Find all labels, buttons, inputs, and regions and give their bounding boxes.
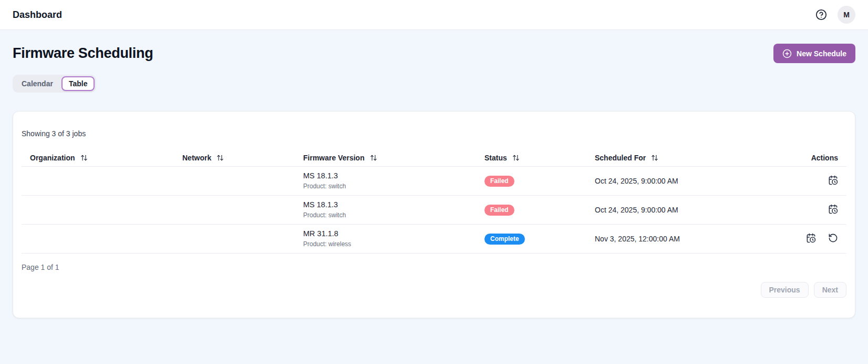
- column-header-actions: Actions: [762, 149, 846, 167]
- organization-cell: [22, 225, 174, 254]
- firmware-product: Product: switch: [303, 211, 468, 220]
- scheduled-for-cell: Nov 3, 2025, 12:00:00 AM: [586, 225, 762, 254]
- circle-question-icon: [815, 9, 827, 21]
- column-label: Network: [182, 154, 211, 162]
- network-cell: [174, 167, 295, 196]
- main-content: Firmware Scheduling New Schedule Calenda…: [0, 30, 868, 318]
- page-indicator: Page 1 of 1: [22, 263, 846, 271]
- table-row: MS 18.1.3 Product: switch Failed Oct 24,…: [22, 167, 846, 196]
- status-badge: Failed: [484, 176, 514, 187]
- network-cell: [174, 225, 295, 254]
- arrow-up-down-icon: [651, 154, 658, 161]
- column-label: Scheduled For: [595, 154, 646, 162]
- app-title: Dashboard: [13, 9, 62, 21]
- table-header-row: Organization Network Firmware Version: [22, 149, 846, 167]
- help-button[interactable]: [814, 8, 828, 22]
- column-header-organization[interactable]: Organization: [22, 149, 174, 167]
- calendar-clock-icon: [828, 175, 838, 185]
- new-schedule-button[interactable]: New Schedule: [773, 44, 855, 63]
- status-badge: Failed: [484, 205, 514, 216]
- actions-cell: [762, 196, 846, 225]
- circle-plus-icon: [782, 49, 792, 58]
- calendar-clock-icon: [828, 204, 838, 214]
- arrow-up-down-icon: [512, 154, 520, 161]
- table-row: MR 31.1.8 Product: wireless Complete Nov…: [22, 225, 846, 254]
- next-page-button[interactable]: Next: [814, 282, 846, 298]
- column-label: Status: [484, 154, 507, 162]
- firmware-version: MS 18.1.3: [303, 200, 468, 210]
- status-cell: Failed: [476, 196, 586, 225]
- column-header-network[interactable]: Network: [174, 149, 295, 167]
- view-tabs: Calendar Table: [13, 75, 96, 93]
- column-header-firmware-version[interactable]: Firmware Version: [295, 149, 476, 167]
- retry-button[interactable]: [828, 233, 838, 244]
- scheduled-for-cell: Oct 24, 2025, 9:00:00 AM: [586, 167, 762, 196]
- firmware-version-cell: MS 18.1.3 Product: switch: [295, 167, 476, 196]
- actions-cell: [762, 225, 846, 254]
- reschedule-button[interactable]: [828, 175, 838, 186]
- status-cell: Failed: [476, 167, 586, 196]
- calendar-clock-icon: [806, 233, 816, 243]
- top-bar: Dashboard M: [0, 0, 868, 30]
- status-badge: Complete: [484, 234, 525, 245]
- actions-cell: [762, 167, 846, 196]
- page-head: Firmware Scheduling New Schedule: [13, 44, 855, 63]
- reschedule-button[interactable]: [805, 233, 816, 244]
- organization-cell: [22, 196, 174, 225]
- new-schedule-label: New Schedule: [797, 49, 846, 58]
- arrow-up-down-icon: [216, 154, 224, 161]
- jobs-card: Showing 3 of 3 jobs Organization Network: [13, 111, 855, 318]
- tab-calendar[interactable]: Calendar: [14, 76, 60, 91]
- rotate-ccw-icon: [828, 233, 838, 243]
- scheduled-for-cell: Oct 24, 2025, 9:00:00 AM: [586, 196, 762, 225]
- table-row: MS 18.1.3 Product: switch Failed Oct 24,…: [22, 196, 846, 225]
- column-header-scheduled-for[interactable]: Scheduled For: [586, 149, 762, 167]
- firmware-product: Product: wireless: [303, 240, 468, 249]
- arrow-up-down-icon: [370, 154, 377, 161]
- column-label: Actions: [811, 154, 838, 162]
- previous-page-button[interactable]: Previous: [761, 282, 809, 298]
- column-label: Organization: [30, 154, 75, 162]
- tab-table[interactable]: Table: [61, 76, 95, 91]
- organization-cell: [22, 167, 174, 196]
- firmware-version: MS 18.1.3: [303, 171, 468, 181]
- network-cell: [174, 196, 295, 225]
- firmware-version: MR 31.1.8: [303, 229, 468, 239]
- status-cell: Complete: [476, 225, 586, 254]
- jobs-table: Organization Network Firmware Version: [22, 149, 846, 254]
- pagination-controls: Previous Next: [22, 282, 846, 298]
- firmware-version-cell: MS 18.1.3 Product: switch: [295, 196, 476, 225]
- top-bar-actions: M: [814, 6, 855, 24]
- jobs-summary: Showing 3 of 3 jobs: [22, 129, 846, 138]
- user-avatar[interactable]: M: [838, 6, 855, 24]
- page-title: Firmware Scheduling: [13, 45, 153, 62]
- column-label: Firmware Version: [303, 154, 365, 162]
- firmware-version-cell: MR 31.1.8 Product: wireless: [295, 225, 476, 254]
- reschedule-button[interactable]: [828, 204, 838, 215]
- firmware-product: Product: switch: [303, 182, 468, 191]
- column-header-status[interactable]: Status: [476, 149, 586, 167]
- arrow-up-down-icon: [80, 154, 88, 161]
